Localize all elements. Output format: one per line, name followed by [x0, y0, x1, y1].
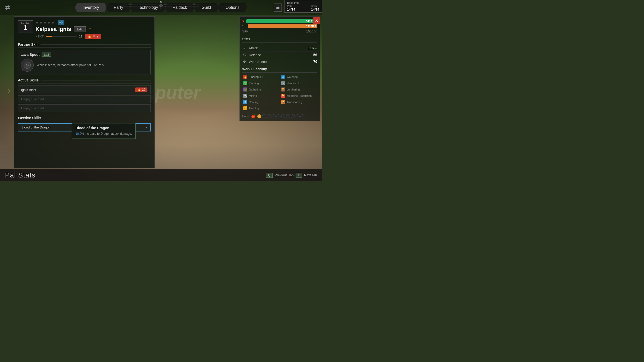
tooltip-highlight: 10.0	[75, 132, 81, 135]
base-info-pals: Pals 14/14	[287, 5, 295, 11]
sp-text: 100 /100	[248, 24, 317, 28]
nav-arrows: ⇄	[274, 4, 282, 12]
mining-icon: ⛏	[243, 94, 247, 98]
passive-skill-arrow: ▾	[146, 126, 147, 129]
active-skills-title: Active Skills	[18, 78, 39, 82]
edit-name-button[interactable]: Edit	[74, 26, 86, 32]
defense-value: 56	[313, 53, 317, 57]
pal-header: LEVEL 1 ★ ★ ★ ★ ★ +0 Kelpsea Ignis Edit …	[18, 20, 151, 39]
gathering-icon: 🌿	[243, 87, 247, 92]
lumbering-label: Lumbering	[287, 88, 300, 91]
san-row: SAN 100/100	[242, 29, 317, 34]
base-info-row: Pals 14/14 Beds 14/14	[287, 5, 319, 11]
next-key-badge: E	[296, 173, 302, 178]
work-cooling: ❄ Cooling	[242, 99, 279, 105]
star-2: ★	[39, 20, 43, 25]
gender-icon[interactable]: ♀	[88, 27, 92, 32]
pal-stats-label: Pal Stats	[5, 171, 35, 179]
transporting-label: Transporting	[287, 101, 302, 104]
hp-bar-container: 540 /540	[246, 19, 317, 23]
nav-left-arrow[interactable]: ⇄	[5, 4, 10, 11]
handiwork-icon: 🔧	[281, 81, 285, 85]
food-dot-6	[281, 114, 285, 118]
active-skill-3[interactable]: Empty Skill Slot	[18, 104, 151, 112]
planting-icon: 🌱	[243, 81, 247, 85]
exp-value: 11	[79, 35, 82, 38]
lumbering-icon: 🪵	[281, 87, 285, 92]
active-skill-2[interactable]: Empty Skill Slot	[18, 95, 151, 103]
base-info-title: Base Info	[287, 1, 319, 4]
star-4: ★	[48, 20, 51, 25]
nav-tab-options[interactable]: Options	[218, 3, 247, 12]
pals-value: 14/14	[287, 8, 295, 11]
san-value: 100/100	[306, 30, 317, 33]
bottom-bar: Pal Stats Q Previous Tab E Next Tab	[0, 169, 322, 181]
nav-prev-btn[interactable]: ⇄	[274, 4, 282, 12]
work-farming: 🌾 Farming	[242, 106, 279, 111]
fire-icon: 🔥	[88, 34, 92, 38]
exp-bar	[46, 36, 76, 37]
handiwork-label: Handiwork	[287, 82, 300, 85]
partner-skill-box: Lava Spout Lv.1 ⚙ While in team, increas…	[18, 50, 151, 74]
hp-bar-row: ♥ 540 /540	[242, 19, 317, 23]
food-dot-8	[291, 114, 295, 118]
level-box: LEVEL 1	[18, 20, 33, 32]
skill-1-power: 30	[142, 88, 145, 92]
cooling-icon: ❄	[243, 100, 247, 104]
top-navigation: ⇄ N E Inventory Party Technology Paldeck…	[0, 0, 322, 15]
work-speed-icon: ⚙	[242, 59, 247, 64]
tooltip-popup: Blood of the Dragon 10.0% increase to Dr…	[72, 123, 136, 139]
gathering-label: Gathering	[249, 88, 261, 91]
active-skills-line	[41, 80, 151, 80]
work-handiwork: 🔧 Handiwork	[280, 80, 317, 86]
nav-tab-inventory[interactable]: Inventory	[75, 3, 107, 12]
star-1: ★	[35, 20, 39, 25]
work-kindling: 🔥 Kindling Lv.1	[242, 74, 279, 80]
element-label: Fire	[93, 34, 98, 38]
close-button[interactable]: ✕	[313, 17, 320, 24]
mining-label: Mining	[249, 94, 257, 97]
food-dot-1	[257, 114, 261, 118]
prev-key-badge: Q	[266, 173, 273, 178]
partner-skill-icon: ⚙	[21, 59, 34, 72]
next-label: NEXT	[35, 35, 44, 38]
base-info-beds: Beds 14/14	[311, 5, 319, 11]
hp-text: 540 /540	[246, 19, 317, 23]
food-dot-4	[272, 114, 276, 118]
active-skill-1-badge: 🔥 30	[135, 87, 147, 92]
nav-tab-paldeck[interactable]: Paldeck	[165, 3, 195, 12]
base-info-panel: Base Info Pals 14/14 Beds 14/14	[284, 0, 322, 13]
tooltip-description: 10.0% increase to Dragon attack damage.	[75, 131, 132, 136]
partner-skill-level: Lv.1	[42, 53, 51, 57]
star-3: ★	[44, 20, 47, 25]
work-transporting: 📦 Transporting	[280, 99, 317, 105]
farming-icon: 🌾	[243, 106, 247, 110]
transporting-icon: 📦	[281, 100, 285, 104]
passive-skills-header: Passive Skills	[18, 116, 151, 121]
active-skill-1[interactable]: Ignis Blast 🔥 30	[18, 85, 151, 94]
work-speed-label: Work Speed	[249, 60, 267, 64]
food-dot-7	[286, 114, 290, 118]
kindling-icon: 🔥	[243, 75, 247, 79]
kindling-label: Kindling	[249, 75, 259, 78]
attack-value: 116 ▲	[308, 46, 317, 50]
work-suitability-header: Work Suitability	[242, 65, 317, 73]
work-mining: ⛏ Mining	[242, 93, 279, 99]
plus-bonus-badge: +0	[58, 20, 64, 25]
food-dot-2	[262, 114, 266, 118]
nav-tab-party[interactable]: Party	[106, 3, 131, 12]
defense-stat-name: 🛡 Defense	[242, 53, 261, 57]
nav-tab-technology[interactable]: Technology	[130, 3, 166, 12]
active-skill-3-name: Empty Skill Slot	[21, 106, 44, 110]
right-stats-panel: ♥ 540 /540 🛡 100 /100 SAN 100/100 Stats …	[239, 16, 320, 121]
work-medicine: 💊 Medicine Production	[280, 93, 317, 99]
pals-label: Pals	[287, 5, 295, 8]
work-speed-value: 70	[313, 60, 317, 64]
attack-number: 116	[308, 46, 314, 50]
next-tab-label: Next Tab	[304, 173, 317, 177]
work-gathering: 🌿 Gathering	[242, 87, 279, 92]
medicine-icon: 💊	[281, 94, 285, 98]
nav-tab-guild[interactable]: Guild	[194, 3, 219, 12]
partner-skill-title: Partner Skill	[18, 42, 38, 47]
work-watering: 💧 Watering	[280, 74, 317, 80]
